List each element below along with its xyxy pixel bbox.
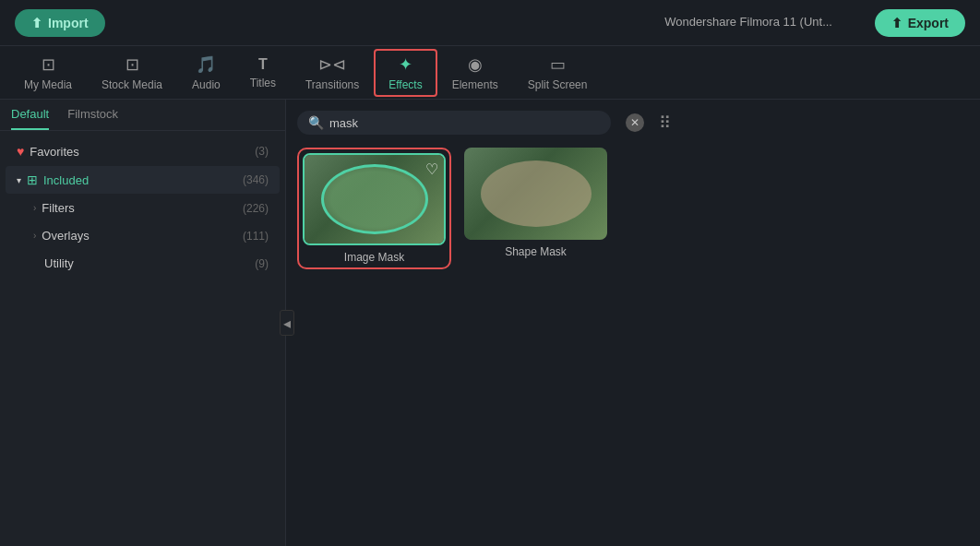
my-media-icon: ⊡ [42,54,55,75]
search-input-wrap: 🔍 [297,111,611,135]
top-bar: ⬆ Import Wondershare Filmora 11 (Unt... … [0,0,980,46]
filters-label: Filters [42,201,237,215]
nav-audio-label: Audio [192,78,221,91]
import-button[interactable]: ⬆ Import [15,9,105,37]
favorite-heart-icon[interactable]: ♡ [425,160,438,178]
nav-titles[interactable]: T Titles [235,51,291,95]
transitions-icon: ⊳⊲ [318,54,346,75]
search-input[interactable] [329,116,600,130]
overlays-count: (111) [243,230,269,243]
grid-icon: ⊞ [27,172,38,187]
effect-thumb-image-mask: ♡ [303,153,446,245]
included-label: Included [43,173,237,187]
app-title: Wondershare Filmora 11 (Unt... [664,15,832,29]
nav-transitions[interactable]: ⊳⊲ Transitions [291,49,374,97]
utility-count: (9) [255,257,269,270]
stock-media-icon: ⊡ [125,54,139,75]
image-mask-thumbnail [305,155,444,243]
nav-elements[interactable]: ◉ Elements [437,49,513,97]
nav-audio[interactable]: 🎵 Audio [177,49,235,97]
nav-elements-label: Elements [452,78,498,91]
image-mask-label: Image Mask [344,251,404,264]
grid-view-button[interactable]: ⠿ [659,113,671,133]
search-icon: 🔍 [308,115,324,130]
sidebar-item-favorites[interactable]: ♥ Favorites (3) [6,137,280,165]
nav-transitions-label: Transitions [305,78,359,91]
chevron-right-overlays-icon: › [33,231,36,241]
clear-search-button[interactable]: ✕ [626,113,644,132]
sidebar-item-utility[interactable]: Utility (9) [6,250,280,277]
effects-icon: ✦ [399,54,412,75]
effects-grid: ♡ Image Mask Shape Mask [297,148,969,269]
tab-filmstock[interactable]: Filmstock [67,107,118,130]
effect-item-shape-mask[interactable]: Shape Mask [464,148,607,269]
nav-effects[interactable]: ✦ Effects [374,49,436,97]
chevron-down-icon: ▾ [17,175,21,185]
import-icon: ⬆ [31,16,42,30]
shape-mask-thumbnail [464,148,607,240]
elements-icon: ◉ [468,54,483,75]
filters-count: (226) [243,202,269,215]
nav-my-media[interactable]: ⊡ My Media [9,49,87,97]
content-area: 🔍 ✕ ⠿ ♡ Image Mask Shape Mask [286,100,980,546]
utility-label: Utility [33,256,249,270]
tab-default[interactable]: Default [11,107,49,130]
overlays-label: Overlays [42,229,237,243]
export-button[interactable]: ⬆ Export [875,9,965,37]
search-bar: 🔍 ✕ ⠿ [297,111,969,135]
sidebar-list: ♥ Favorites (3) ▾ ⊞ Included (346) › Fil… [0,131,285,546]
main-content: Default Filmstock ♥ Favorites (3) ▾ ⊞ In… [0,100,980,546]
sidebar-tabs: Default Filmstock [0,100,285,131]
nav-effects-label: Effects [388,78,422,91]
included-count: (346) [243,173,269,186]
nav-split-screen[interactable]: ▭ Split Screen [513,49,603,97]
nav-split-screen-label: Split Screen [528,78,588,91]
nav-bar: ⊡ My Media ⊡ Stock Media 🎵 Audio T Title… [0,46,980,100]
shape-mask-label: Shape Mask [505,245,567,258]
export-icon: ⬆ [891,16,902,30]
sidebar-collapse-button[interactable]: ◂ [280,310,294,336]
sidebar-item-included[interactable]: ▾ ⊞ Included (346) [6,166,280,194]
favorites-count: (3) [255,145,269,158]
heart-icon: ♥ [17,144,24,159]
export-label: Export [908,16,949,30]
titles-icon: T [258,56,268,73]
effect-item-image-mask[interactable]: ♡ Image Mask [297,148,451,269]
nav-titles-label: Titles [250,77,276,89]
sidebar-item-filters[interactable]: › Filters (226) [6,195,280,221]
audio-icon: 🎵 [196,54,216,75]
effect-thumb-shape-mask [464,148,607,240]
sidebar-item-overlays[interactable]: › Overlays (111) [6,222,280,249]
sidebar: Default Filmstock ♥ Favorites (3) ▾ ⊞ In… [0,100,286,546]
nav-stock-media-label: Stock Media [102,78,162,91]
split-screen-icon: ▭ [550,54,566,75]
import-label: Import [48,16,89,30]
nav-stock-media[interactable]: ⊡ Stock Media [87,49,177,97]
chevron-right-icon: › [33,203,36,213]
nav-my-media-label: My Media [24,78,72,91]
favorites-label: Favorites [30,145,249,159]
